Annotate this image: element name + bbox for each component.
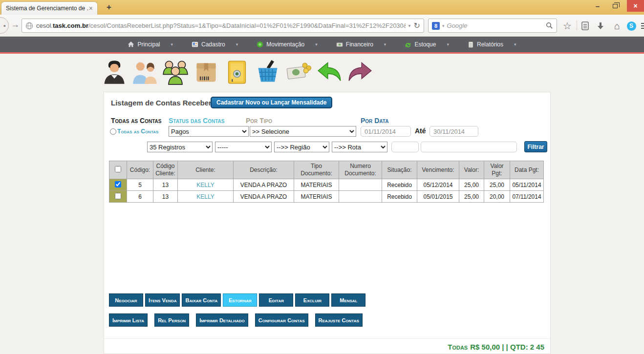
- chevron-down-icon: ▾: [447, 42, 449, 47]
- actions-row-1: Negociar Itens Venda Baixar Conta Estorn…: [109, 293, 365, 307]
- reajuste-contas-button[interactable]: Reajuste Contas: [315, 313, 363, 327]
- movement-icon: [257, 41, 263, 48]
- filter-text-input[interactable]: [421, 142, 517, 152]
- negociar-button[interactable]: Negociar: [109, 293, 143, 307]
- cell-cliente[interactable]: KELLY: [178, 179, 234, 191]
- finance-icon: [336, 41, 343, 48]
- baixar-conta-button[interactable]: Baixar Conta: [182, 293, 221, 307]
- menu-item-principal[interactable]: Principal ▾: [128, 41, 173, 48]
- cell-vencimento: 05/01/2015: [417, 191, 459, 203]
- cell-num_doc: [339, 179, 382, 191]
- window-minimize-button[interactable]: –: [590, 0, 605, 12]
- home-icon[interactable]: ⌂: [612, 21, 623, 31]
- menu-item-relatorios[interactable]: Relatórios ▾: [468, 41, 516, 48]
- col-descricao: Descrição:: [234, 161, 294, 179]
- totals-value: R$ 50,00 | | QTD: 2 45: [470, 343, 544, 351]
- cell-data_pgt: 07/11/2014: [510, 191, 544, 203]
- filter-code-input[interactable]: [391, 142, 419, 152]
- product-box-icon[interactable]: [193, 58, 220, 87]
- search-icon[interactable]: [546, 22, 553, 29]
- group-icon[interactable]: [162, 58, 189, 87]
- search-engine-caret-icon[interactable]: ▾: [442, 23, 445, 28]
- select-all-header: [109, 161, 127, 179]
- window-restore-button[interactable]: [608, 0, 623, 12]
- editar-button[interactable]: Editar: [259, 293, 293, 307]
- menu-item-cadastro[interactable]: Cadastro ▾: [192, 41, 238, 48]
- row-checkbox[interactable]: [115, 193, 121, 199]
- select-all-checkbox[interactable]: [115, 166, 121, 172]
- home-icon: [128, 41, 134, 48]
- col-situacao: Situação:: [382, 161, 417, 179]
- skype-icon[interactable]: S: [626, 21, 637, 31]
- reload-icon[interactable]: ↻: [414, 21, 420, 30]
- menu-icon[interactable]: [639, 21, 644, 31]
- back-button[interactable]: •: [0, 17, 9, 34]
- imprimir-lista-button[interactable]: Imprimir Lista: [109, 313, 148, 327]
- bookmark-star-icon[interactable]: ☆: [562, 21, 573, 31]
- all-accounts-radio[interactable]: [110, 128, 116, 135]
- new-tab-button[interactable]: +: [103, 2, 115, 13]
- cell-cod_cliente: 13: [153, 191, 178, 203]
- accounts-table: Código: Código Cliente: Cliente: Descriç…: [109, 161, 544, 203]
- excluir-button[interactable]: Excluir: [295, 293, 329, 307]
- cell-valor: 25,00: [459, 191, 484, 203]
- cell-cliente[interactable]: KELLY: [178, 191, 234, 203]
- main-menu: Principal ▾ Cadastro ▾ Movimentação ▾ Fi…: [0, 37, 644, 52]
- configurar-contas-button[interactable]: Configurar Contas: [255, 313, 308, 327]
- date-from-input[interactable]: [361, 126, 411, 137]
- itens-venda-button[interactable]: Itens Venda: [145, 293, 180, 307]
- estornar-button[interactable]: Estornar: [223, 293, 257, 307]
- dashes-select[interactable]: -----: [215, 142, 272, 152]
- menu-item-estoque[interactable]: Estoque ▾: [405, 41, 449, 48]
- all-accounts-radio-group: Todas as Contas: [110, 126, 158, 137]
- window-close-button[interactable]: ×: [627, 0, 644, 12]
- rel-person-button[interactable]: Rel Person: [154, 313, 189, 327]
- imprimir-detalhado-button[interactable]: Imprimir Detalhado: [196, 313, 248, 327]
- date-to-input[interactable]: [429, 126, 478, 137]
- all-accounts-radio-label: Todas as Contas: [117, 128, 158, 135]
- redo-arrow-icon[interactable]: [346, 58, 374, 87]
- row-select-cell: [109, 191, 127, 203]
- filter-button[interactable]: Filtrar: [524, 141, 547, 152]
- region-select[interactable]: -->> Região: [274, 142, 329, 152]
- col-tipo-documento: Tipo Documento:: [294, 161, 339, 179]
- browser-toolbar: • → cesol.task.com.br/cesol/ContasRecebe…: [0, 15, 644, 37]
- tab-close-icon[interactable]: ×: [89, 5, 93, 12]
- downloads-icon[interactable]: [595, 21, 606, 31]
- safe-icon[interactable]: [223, 58, 251, 87]
- row-select-cell: [109, 179, 127, 191]
- cell-tipo_doc: MATERIAIS: [294, 179, 339, 191]
- content-panel: Listagem de Contas Receber: Cadastrar No…: [104, 92, 551, 354]
- filter-label-all-accounts: Todas as Contas: [111, 117, 161, 125]
- undo-arrow-icon[interactable]: [316, 58, 343, 87]
- mensal-button[interactable]: Mensal: [331, 293, 365, 307]
- menu-item-financeiro[interactable]: Financeiro ▾: [336, 41, 386, 48]
- menu-item-movimentacao[interactable]: Movimentação ▾: [257, 41, 318, 48]
- browser-tab[interactable]: Sistema de Gerenciamento de ... ×: [1, 1, 98, 15]
- search-box[interactable]: 8 ▾ Google: [428, 19, 557, 33]
- table-row: 513KELLYVENDA A PRAZOMATERIAISRecebido05…: [109, 179, 544, 191]
- records-count-select[interactable]: 35 Registros: [147, 142, 213, 152]
- bookmarks-menu-icon[interactable]: [580, 21, 590, 31]
- url-dropdown-icon[interactable]: ▾: [408, 23, 411, 28]
- basket-icon[interactable]: [254, 58, 281, 87]
- globe-icon: [25, 22, 33, 30]
- status-select[interactable]: Pagos: [169, 126, 249, 137]
- search-engine-icon[interactable]: 8: [432, 22, 440, 30]
- route-select[interactable]: -->> Rota: [332, 142, 387, 152]
- col-cliente: Cliente:: [178, 161, 234, 179]
- row-checkbox[interactable]: [115, 181, 121, 187]
- url-bar[interactable]: cesol.task.com.br/cesol/ContasReceberLis…: [21, 19, 424, 33]
- cell-valor_pgt: 25,00: [484, 179, 510, 191]
- clients-couple-icon[interactable]: [131, 58, 158, 87]
- search-placeholder[interactable]: Google: [447, 22, 543, 29]
- url-text[interactable]: cesol.task.com.br/cesol/ContasReceberLis…: [36, 22, 406, 29]
- register-new-button[interactable]: Cadastrar Novo ou Lançar Mensalidade: [211, 97, 332, 108]
- type-select[interactable]: >> Selecione: [250, 126, 356, 137]
- col-codigo: Código:: [127, 161, 153, 179]
- businessman-icon[interactable]: [100, 58, 128, 87]
- money-icon[interactable]: [285, 58, 312, 87]
- filter-label-status: Status das Contas: [169, 117, 224, 125]
- forward-button[interactable]: →: [11, 20, 20, 30]
- cell-valor_pgt: 20,00: [484, 191, 510, 203]
